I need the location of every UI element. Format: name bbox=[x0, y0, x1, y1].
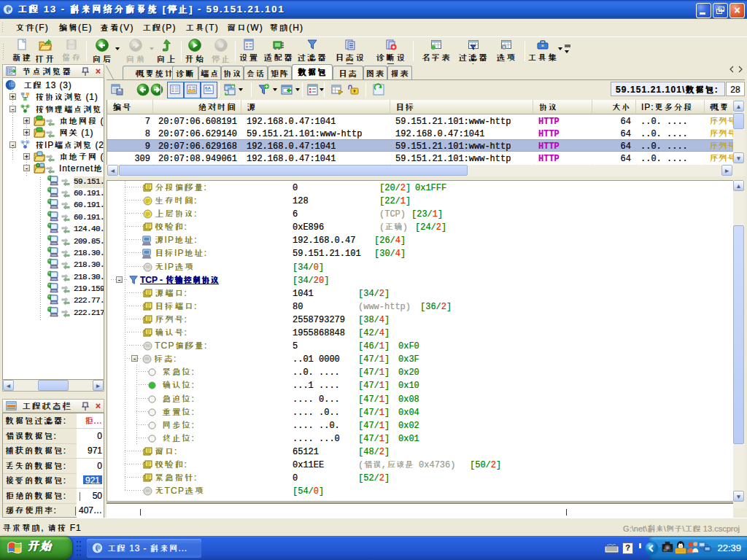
svg-text:6A: 6A bbox=[205, 86, 211, 90]
svg-text:101: 101 bbox=[663, 549, 667, 551]
